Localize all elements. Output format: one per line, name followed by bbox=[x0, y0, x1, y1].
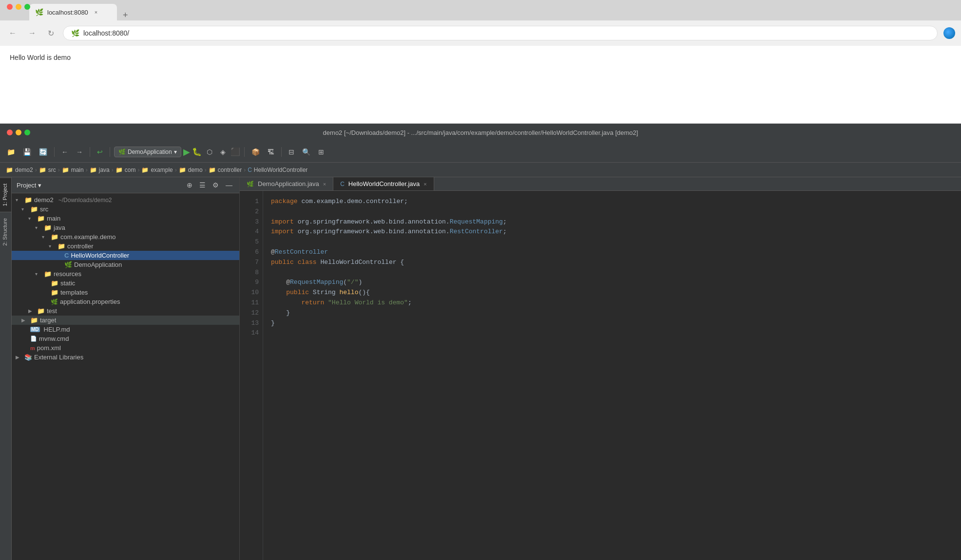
profile-btn[interactable]: ◈ bbox=[217, 146, 229, 158]
tree-item-src[interactable]: ▾ 📁 src bbox=[12, 205, 239, 214]
code-content[interactable]: package com.example.demo.controller; imp… bbox=[263, 191, 961, 560]
tree-item-demo2[interactable]: ▾ 📁 demo2 ~/Downloads/demo2 bbox=[12, 195, 239, 205]
class-icon-breadcrumb: C bbox=[248, 167, 252, 173]
tree-item-static[interactable]: 📁 static bbox=[12, 279, 239, 288]
browser-chrome: 🌿 localhost:8080 × + ← → ↻ 🌿 localhost:8… bbox=[0, 0, 961, 124]
structure-side-tab[interactable]: 2: Structure bbox=[0, 212, 11, 252]
minimize-sidebar-btn[interactable]: — bbox=[224, 180, 234, 190]
forward-btn[interactable]: → bbox=[73, 146, 86, 158]
tab-hello-controller[interactable]: C HelloWorldController.java × bbox=[333, 177, 434, 190]
code-editor[interactable]: 1 2 3 4 5 6 7 8 9 10 11 12 13 14 package… bbox=[240, 191, 961, 560]
project-tab[interactable]: 1: Project bbox=[0, 177, 11, 212]
file-tree: ▾ 📁 demo2 ~/Downloads/demo2 ▾ 📁 src ▾ 📁 … bbox=[12, 193, 239, 560]
line-num-14: 14 bbox=[246, 328, 259, 338]
forward-button[interactable]: → bbox=[25, 27, 39, 39]
undo-btn[interactable]: ↩ bbox=[94, 146, 106, 158]
git-btn[interactable]: ⊞ bbox=[315, 146, 327, 158]
breadcrumb-java: 📁 java bbox=[90, 167, 110, 173]
browser-minimize-button[interactable] bbox=[16, 4, 21, 10]
folder-icon-controller-tree: 📁 bbox=[58, 243, 65, 250]
tree-arrow-test: ▶ bbox=[28, 308, 35, 314]
browser-tab-active[interactable]: 🌿 localhost:8080 × bbox=[29, 4, 117, 20]
breadcrumb-example-label: example bbox=[151, 167, 173, 173]
breadcrumb-controller-label: controller bbox=[218, 167, 242, 173]
folder-icon-example: 📁 bbox=[141, 167, 149, 173]
breadcrumb-demo-label: demo bbox=[188, 167, 203, 173]
breadcrumb-sep-2: › bbox=[58, 167, 60, 173]
tree-item-app-props[interactable]: 🌿 application.properties bbox=[12, 297, 239, 306]
toolbar-sep-4 bbox=[244, 147, 245, 157]
tree-item-ext-libs[interactable]: ▶ 📚 External Libraries bbox=[12, 353, 239, 362]
save-btn[interactable]: 💾 bbox=[20, 146, 34, 158]
stop-button[interactable]: ⬛ bbox=[231, 147, 240, 156]
address-favicon: 🌿 bbox=[71, 29, 79, 37]
tree-item-target[interactable]: ▶ 📁 target bbox=[12, 316, 239, 325]
tree-item-hello-controller[interactable]: C HelloWorldController bbox=[12, 251, 239, 260]
folder-icon-demo-pkg: 📁 bbox=[179, 167, 186, 173]
terminal-btn[interactable]: ⊟ bbox=[286, 146, 297, 158]
tree-item-main[interactable]: ▾ 📁 main bbox=[12, 214, 239, 223]
folder-icon-templates: 📁 bbox=[51, 289, 58, 296]
tree-label-app-props: application.properties bbox=[60, 298, 120, 305]
ide-minimize-button[interactable] bbox=[16, 130, 21, 135]
breadcrumb-main-label: main bbox=[71, 167, 84, 173]
debug-button[interactable]: 🐛 bbox=[192, 147, 202, 156]
run-button[interactable]: ▶ bbox=[183, 147, 190, 157]
tree-item-pom[interactable]: m pom.xml bbox=[12, 343, 239, 353]
folder-icon-com: 📁 bbox=[115, 167, 123, 173]
tree-arrow-src: ▾ bbox=[21, 206, 28, 212]
new-tab-button[interactable]: + bbox=[119, 10, 132, 20]
open-folder-btn[interactable]: 📁 bbox=[4, 146, 18, 158]
tab-close-hello-ctrl[interactable]: × bbox=[423, 181, 426, 187]
tree-item-java[interactable]: ▾ 📁 java bbox=[12, 223, 239, 232]
tree-item-resources[interactable]: ▾ 📁 resources bbox=[12, 269, 239, 279]
tree-item-demo-app[interactable]: 🌿 DemoApplication bbox=[12, 260, 239, 269]
settings-icon-btn[interactable]: ☰ bbox=[197, 180, 208, 190]
structure-btn[interactable]: 🏗 bbox=[265, 146, 277, 158]
tab-close-button[interactable]: × bbox=[92, 8, 100, 16]
settings-gear-btn[interactable]: ⚙ bbox=[211, 180, 221, 190]
maven-icon-pom: m bbox=[30, 345, 35, 351]
folder-icon-target: 📁 bbox=[30, 317, 38, 324]
locate-icon-btn[interactable]: ⊕ bbox=[185, 180, 194, 190]
tree-arrow-pkg: ▾ bbox=[42, 234, 49, 240]
breadcrumb-src-label: src bbox=[48, 167, 56, 173]
coverage-btn[interactable]: ⬡ bbox=[204, 146, 215, 158]
line-numbers: 1 2 3 4 5 6 7 8 9 10 11 12 13 14 bbox=[240, 191, 263, 560]
line-num-9: 9 bbox=[246, 278, 259, 288]
tree-item-help[interactable]: MD HELP.md bbox=[12, 325, 239, 334]
folder-icon-java-tree: 📁 bbox=[44, 224, 52, 231]
sync-btn[interactable]: 🔄 bbox=[36, 146, 50, 158]
tab-close-demo-app[interactable]: × bbox=[323, 181, 326, 187]
md-icon: MD bbox=[30, 327, 40, 332]
browser-close-button[interactable] bbox=[7, 4, 13, 10]
line-num-10: 10 bbox=[246, 288, 259, 298]
folder-icon-controller: 📁 bbox=[209, 167, 216, 173]
build-btn[interactable]: 📦 bbox=[249, 146, 263, 158]
tree-label-pom: pom.xml bbox=[37, 344, 61, 352]
run-config-dropdown[interactable]: 🌿 DemoApplication ▾ bbox=[114, 147, 181, 157]
sidebar-title: Project ▾ bbox=[17, 182, 41, 189]
browser-maximize-button[interactable] bbox=[24, 4, 30, 10]
line-num-13: 13 bbox=[246, 318, 259, 329]
tab-favicon: 🌿 bbox=[35, 8, 43, 16]
back-button[interactable]: ← bbox=[6, 27, 19, 39]
ide-close-button[interactable] bbox=[7, 130, 13, 135]
tab-demo-application[interactable]: 🌿 DemoApplication.java × bbox=[240, 177, 333, 190]
breadcrumb-demo: 📁 demo bbox=[179, 167, 203, 173]
tree-item-mvnw[interactable]: 📄 mvnw.cmd bbox=[12, 334, 239, 343]
tree-arrow-ext-libs: ▶ bbox=[16, 355, 22, 360]
address-bar[interactable]: 🌿 localhost:8080/ bbox=[63, 26, 938, 40]
tree-item-com-example[interactable]: ▾ 📁 com.example.demo bbox=[12, 232, 239, 242]
refresh-button[interactable]: ↻ bbox=[45, 27, 57, 40]
tree-label-demo-app: DemoApplication bbox=[74, 261, 122, 268]
tree-item-controller[interactable]: ▾ 📁 controller bbox=[12, 242, 239, 251]
tree-item-test[interactable]: ▶ 📁 test bbox=[12, 306, 239, 316]
search-btn[interactable]: 🔍 bbox=[299, 146, 313, 158]
tree-item-templates[interactable]: 📁 templates bbox=[12, 288, 239, 297]
line-num-4: 4 bbox=[246, 227, 259, 237]
ide-maximize-button[interactable] bbox=[24, 130, 30, 135]
breadcrumb-java-label: java bbox=[99, 167, 110, 173]
back-btn[interactable]: ← bbox=[58, 146, 71, 158]
tab-label-hello-ctrl: HelloWorldController.java bbox=[348, 180, 420, 187]
